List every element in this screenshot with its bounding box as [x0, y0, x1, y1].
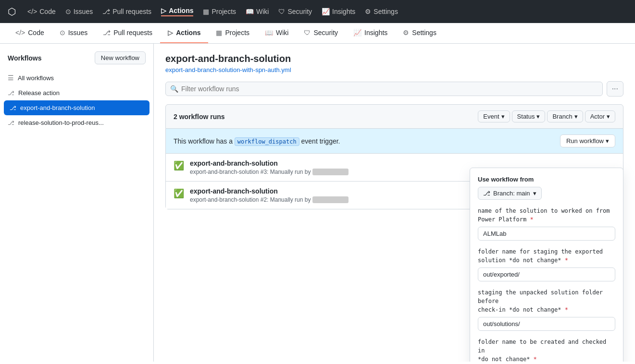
- nav-security[interactable]: 🛡 Security: [278, 8, 312, 15]
- actions-tab-icon: ▷: [168, 29, 173, 36]
- issues-tab-icon: ⊙: [60, 29, 65, 36]
- branch-filter-button[interactable]: Branch ▾: [547, 110, 583, 122]
- event-filter-button[interactable]: Event ▾: [478, 110, 510, 122]
- filter-input-wrap: 🔍: [165, 82, 603, 96]
- more-options-button[interactable]: ···: [607, 81, 623, 97]
- staging-folder-input[interactable]: [478, 317, 615, 331]
- runs-filters: Event ▾ Status ▾ Branch ▾ Actor ▾: [478, 110, 615, 122]
- nav-pull-requests[interactable]: ⎇ Pull requests: [102, 8, 151, 15]
- nav-projects[interactable]: ▦ Projects: [203, 8, 236, 15]
- actions-icon: ▷: [161, 7, 166, 14]
- runs-header: 2 workflow runs Event ▾ Status ▾ Branch …: [165, 104, 623, 129]
- code-icon: </>: [27, 8, 37, 15]
- export-folder-input[interactable]: [478, 267, 615, 281]
- code-tab-icon: </>: [15, 29, 25, 36]
- success-status-icon: ✅: [174, 188, 184, 199]
- chevron-down-icon: ▾: [607, 113, 610, 120]
- actor-filter-button[interactable]: Actor ▾: [585, 110, 615, 122]
- release-solution-icon: ⎇: [8, 120, 14, 126]
- security-icon: 🛡: [278, 8, 285, 15]
- projects-tab-icon: ▦: [216, 29, 222, 36]
- nav-issues[interactable]: ⊙ Issues: [65, 8, 93, 15]
- sidebar-item-release-action[interactable]: ⎇ Release action: [0, 85, 153, 100]
- field-label-staging-folder: staging the unpacked solution folder bef…: [478, 288, 615, 314]
- repo-tab-wiki[interactable]: 📖 Wiki: [257, 23, 296, 43]
- run-workflow-button[interactable]: Run workflow ▾: [560, 134, 615, 147]
- settings-tab-icon: ⚙: [403, 29, 409, 36]
- repo-tab-projects[interactable]: ▦ Projects: [208, 23, 257, 43]
- success-status-icon: ✅: [174, 160, 184, 171]
- sidebar-item-release-solution[interactable]: ⎇ release-solution-to-prod-reus...: [0, 115, 153, 130]
- projects-icon: ▦: [203, 8, 209, 15]
- wiki-icon: 📖: [246, 8, 254, 15]
- chevron-down-icon: ▾: [501, 113, 505, 120]
- workflow-subtitle[interactable]: export-and-branch-solution-with-spn-auth…: [165, 66, 623, 73]
- repo-tab-security[interactable]: 🛡 Security: [296, 23, 346, 43]
- chevron-down-icon: ▾: [536, 113, 540, 120]
- repo-tab-actions[interactable]: ▷ Actions: [160, 23, 208, 43]
- settings-icon: ⚙: [365, 8, 371, 15]
- insights-tab-icon: 📈: [353, 29, 361, 36]
- user-avatar-blurred: ████ ████: [312, 196, 349, 203]
- repo-tab-insights[interactable]: 📈 Insights: [346, 23, 395, 43]
- dropdown-title: Use workflow from: [478, 176, 615, 183]
- field-label-folder-name: folder name to be created and checked in…: [478, 338, 615, 362]
- release-action-icon: ⎇: [8, 90, 14, 97]
- branch-selector[interactable]: ⎇ Branch: main ▾: [478, 187, 542, 200]
- branch-icon: ⎇: [483, 190, 490, 197]
- chevron-down-icon: ▾: [606, 137, 609, 145]
- wiki-tab-icon: 📖: [265, 29, 273, 36]
- top-navigation: ⬡ </> Code ⊙ Issues ⎇ Pull requests ▷ Ac…: [0, 0, 635, 23]
- security-tab-icon: 🛡: [304, 29, 311, 36]
- nav-code[interactable]: </> Code: [27, 8, 56, 15]
- run-workflow-dropdown: Use workflow from ⎇ Branch: main ▾ name …: [470, 168, 623, 362]
- solution-name-input[interactable]: [478, 227, 615, 241]
- repo-tab-pull-requests[interactable]: ⎇ Pull requests: [95, 23, 160, 43]
- sidebar-item-all-workflows[interactable]: ☰ All workflows: [0, 70, 153, 85]
- nav-wiki[interactable]: 📖 Wiki: [246, 8, 269, 15]
- status-filter-button[interactable]: Status ▾: [512, 110, 546, 122]
- pull-request-tab-icon: ⎇: [103, 29, 111, 36]
- new-workflow-button[interactable]: New workflow: [95, 51, 146, 64]
- repo-tab-code[interactable]: </> Code: [8, 23, 52, 43]
- field-label-export-folder: folder name for staging the exportedsolu…: [478, 247, 615, 265]
- chevron-down-icon: ▾: [574, 113, 578, 120]
- issues-icon: ⊙: [65, 8, 71, 15]
- sidebar-title: Workflows: [8, 54, 42, 62]
- all-workflows-icon: ☰: [8, 74, 14, 82]
- sidebar: Workflows New workflow ☰ All workflows ⎇…: [0, 44, 154, 362]
- run-name: export-and-branch-solution: [190, 159, 615, 167]
- github-logo-icon: ⬡: [8, 6, 16, 17]
- field-label-solution-name: name of the solution to worked on fromPo…: [478, 206, 615, 224]
- sidebar-item-export-branch[interactable]: ⎇ export-and-branch-solution: [4, 100, 149, 115]
- filter-input[interactable]: [165, 82, 603, 96]
- nav-insights[interactable]: 📈 Insights: [322, 8, 355, 15]
- user-avatar-blurred: ████ ████: [312, 169, 349, 175]
- pull-request-icon: ⎇: [102, 8, 110, 15]
- search-icon: 🔍: [170, 85, 178, 93]
- sidebar-header: Workflows New workflow: [0, 51, 153, 70]
- main-layout: Workflows New workflow ☰ All workflows ⎇…: [0, 44, 635, 362]
- repo-tab-issues[interactable]: ⊙ Issues: [52, 23, 95, 43]
- nav-settings[interactable]: ⚙ Settings: [365, 8, 398, 15]
- insights-icon: 📈: [322, 8, 330, 15]
- workflow-title: export-and-branch-solution: [165, 53, 623, 64]
- dispatch-banner-text: This workflow has a workflow_dispatch ev…: [174, 137, 340, 145]
- nav-actions[interactable]: ▷ Actions: [161, 7, 193, 16]
- filter-row: 🔍 ···: [165, 81, 623, 97]
- repo-navigation: </> Code ⊙ Issues ⎇ Pull requests ▷ Acti…: [0, 23, 635, 44]
- runs-count: 2 workflow runs: [174, 113, 225, 121]
- dispatch-banner: This workflow has a workflow_dispatch ev…: [165, 129, 623, 154]
- chevron-down-icon: ▾: [533, 190, 536, 197]
- repo-tab-settings[interactable]: ⚙ Settings: [395, 23, 444, 43]
- export-branch-icon: ⎇: [10, 105, 16, 111]
- main-content: export-and-branch-solution export-and-br…: [154, 44, 635, 362]
